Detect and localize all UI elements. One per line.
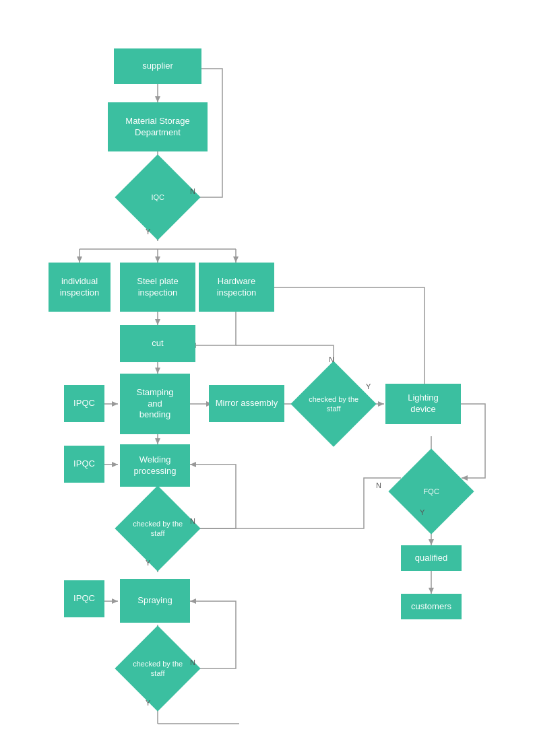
qualified-label: qualified xyxy=(415,553,447,564)
cut-label: cut xyxy=(152,338,163,349)
lighting-device-node: Lighting device xyxy=(385,384,461,424)
material-storage-node: Material Storage Department xyxy=(108,102,208,151)
checked1-n-label: N xyxy=(329,355,334,364)
svg-marker-18 xyxy=(155,368,160,374)
lighting-device-label: Lighting device xyxy=(408,392,439,415)
qualified-node: qualified xyxy=(401,545,462,571)
fqc-n-label: N xyxy=(376,481,381,489)
iqc-label: IQC xyxy=(133,193,183,202)
individual-inspection-node: individual inspection xyxy=(49,263,111,312)
svg-marker-1 xyxy=(155,96,160,102)
svg-marker-33 xyxy=(155,438,160,444)
checked2-n-label: N xyxy=(190,517,195,525)
checked3-y-label: Y xyxy=(146,699,150,707)
svg-marker-42 xyxy=(429,539,434,545)
checked1-y-label: Y xyxy=(366,382,371,390)
svg-marker-35 xyxy=(112,462,118,467)
steel-plate-node: Steel plate inspection xyxy=(120,263,195,312)
hardware-inspection-node: Hardware inspection xyxy=(199,263,274,312)
supplier-node: supplier xyxy=(114,48,201,84)
ipqc3-label: IPQC xyxy=(73,593,95,605)
steel-plate-label: Steel plate inspection xyxy=(137,276,178,299)
mirror-assembly-node: Mirror assembly xyxy=(209,385,284,422)
cut-node: cut xyxy=(120,325,195,362)
fqc-label: FQC xyxy=(406,487,457,496)
welding-label: Welding processing xyxy=(134,454,177,477)
ipqc2-label: IPQC xyxy=(73,458,95,470)
spraying-label: Spraying xyxy=(137,595,172,607)
ipqc1-node: IPQC xyxy=(64,385,104,422)
checked-staff3-label: checked by the staff xyxy=(133,659,183,679)
svg-marker-44 xyxy=(429,588,434,594)
ipqc1-label: IPQC xyxy=(73,398,95,409)
customers-label: customers xyxy=(411,601,451,613)
ipqc2-node: IPQC xyxy=(64,446,104,483)
hardware-inspection-label: Hardware inspection xyxy=(217,276,257,299)
material-storage-label: Material Storage Department xyxy=(125,116,189,139)
svg-marker-9 xyxy=(77,256,82,263)
checked3-n-label: N xyxy=(190,658,195,666)
fqc-y-label: Y xyxy=(420,508,424,516)
iqc-node: IQC xyxy=(115,154,200,240)
checked-staff1-node: checked by the staff xyxy=(290,361,376,446)
checked2-y-label: Y xyxy=(146,559,150,567)
checked-staff1-label: checked by the staff xyxy=(309,394,359,414)
svg-marker-11 xyxy=(155,256,160,263)
checked-staff2-label: checked by the staff xyxy=(133,519,183,539)
svg-marker-15 xyxy=(155,319,160,325)
fqc-node: FQC xyxy=(388,448,474,534)
ipqc3-node: IPQC xyxy=(64,580,104,617)
individual-inspection-label: individual inspection xyxy=(60,276,100,299)
iqc-n-label: N xyxy=(190,187,195,195)
svg-marker-49 xyxy=(190,598,196,604)
svg-marker-20 xyxy=(112,401,118,407)
iqc-y-label: Y xyxy=(146,228,150,236)
svg-marker-38 xyxy=(190,462,196,467)
stamping-label: Stamping and bending xyxy=(137,387,174,421)
welding-node: Welding processing xyxy=(120,444,190,487)
checked-staff2-node: checked by the staff xyxy=(115,485,200,571)
mirror-assembly-label: Mirror assembly xyxy=(216,398,278,409)
stamping-node: Stamping and bending xyxy=(120,374,190,434)
checked-staff3-node: checked by the staff xyxy=(115,625,200,711)
supplier-label: supplier xyxy=(142,61,173,72)
svg-marker-13 xyxy=(233,256,239,263)
spraying-node: Spraying xyxy=(120,579,190,623)
svg-marker-26 xyxy=(378,401,384,407)
customers-node: customers xyxy=(401,594,462,619)
svg-marker-46 xyxy=(112,598,118,604)
